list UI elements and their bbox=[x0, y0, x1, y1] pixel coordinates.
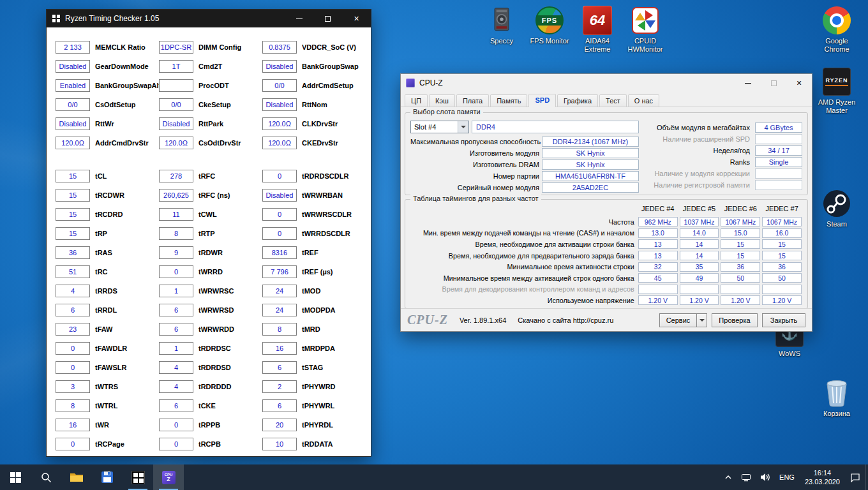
rtc-value-tcl[interactable]: 15 bbox=[56, 170, 90, 182]
clock[interactable]: 16:14 23.03.2020 bbox=[799, 464, 846, 490]
tab-spd[interactable]: SPD bbox=[528, 94, 556, 107]
tab-graphics[interactable]: Графика bbox=[557, 94, 598, 107]
tab-caches[interactable]: Кэш bbox=[429, 94, 455, 107]
timings-cell[interactable]: 1037 MHz bbox=[680, 217, 719, 226]
close-button[interactable]: Закрыть bbox=[762, 313, 805, 327]
rtc-value-tphyrdl[interactable]: 20 bbox=[262, 419, 297, 431]
rtc-maximize-button[interactable] bbox=[313, 10, 342, 27]
rtc-value-tcwl[interactable]: 11 bbox=[159, 208, 193, 221]
rtc-value-twtrl[interactable]: 8 bbox=[56, 399, 90, 412]
rtc-value-csodtsetup[interactable]: 0/0 bbox=[56, 98, 90, 111]
rtc-value-addrcmdsetup[interactable]: 0/0 bbox=[262, 79, 297, 92]
rtc-value-trrds[interactable]: 4 bbox=[56, 285, 90, 297]
desktop-icon-ryzen-master[interactable]: RYZEN AMD Ryzen Master bbox=[810, 66, 864, 115]
rtc-value-vddcr-soc-v[interactable]: 0.8375 bbox=[262, 41, 297, 54]
spd-row-value[interactable]: 34 / 17 bbox=[755, 145, 802, 156]
slot-select-arrow[interactable] bbox=[458, 121, 468, 133]
timings-cell[interactable]: 1.20 V bbox=[762, 295, 802, 305]
rtc-value-rttwr[interactable]: Disabled bbox=[56, 117, 90, 130]
rtc-value-twrrd[interactable]: 0 bbox=[159, 265, 193, 278]
timings-cell[interactable]: 13.0 bbox=[638, 228, 678, 238]
action-center-button[interactable] bbox=[846, 464, 865, 490]
validate-button[interactable]: Проверка bbox=[712, 313, 758, 327]
timings-cell[interactable]: 15.0 bbox=[721, 228, 760, 238]
timings-cell[interactable]: 14 bbox=[680, 251, 719, 260]
spd-row-value[interactable] bbox=[755, 168, 802, 179]
timings-cell[interactable]: 15 bbox=[762, 239, 802, 249]
spd-row-value[interactable] bbox=[755, 134, 802, 144]
rtc-value-trc[interactable]: 51 bbox=[56, 265, 90, 278]
timings-cell[interactable]: 15 bbox=[721, 239, 760, 249]
timings-cell[interactable]: 1.20 V bbox=[721, 295, 760, 305]
rtc-value-twrwrdd[interactable]: 6 bbox=[159, 323, 193, 336]
rtc-value-trrdl[interactable]: 6 bbox=[56, 304, 90, 316]
rtc-value-tmodpda[interactable]: 24 bbox=[262, 304, 297, 316]
desktop-icon-steam[interactable]: Steam bbox=[810, 188, 864, 228]
rtc-value-tref[interactable]: 8316 bbox=[262, 246, 297, 259]
timings-cell[interactable]: 13 bbox=[638, 251, 678, 260]
rtc-value-tref-s[interactable]: 7 796 bbox=[262, 265, 297, 278]
rtc-value-trfc[interactable]: 278 bbox=[159, 170, 193, 182]
timings-cell[interactable]: 35 bbox=[680, 262, 719, 272]
desktop-icon-aida64[interactable]: 64 AIDA64 Extreme bbox=[571, 5, 624, 54]
rtc-value-tfaw[interactable]: 23 bbox=[56, 323, 90, 336]
rtc-value-tmrd[interactable]: 8 bbox=[262, 323, 297, 336]
search-button[interactable] bbox=[31, 464, 61, 490]
rtc-value-bankgroupswapalt[interactable]: Enabled bbox=[56, 79, 90, 92]
show-desktop-button[interactable] bbox=[865, 464, 868, 490]
rtc-value-ckesetup[interactable]: 0/0 bbox=[159, 98, 193, 111]
timings-cell[interactable]: 13 bbox=[638, 239, 678, 249]
timings-cell[interactable]: 49 bbox=[680, 273, 719, 283]
timings-cell[interactable]: 15 bbox=[762, 251, 802, 260]
rtc-value-tstag[interactable]: 6 bbox=[262, 361, 297, 374]
desktop-icon-fps-monitor[interactable]: FPS FPS Monitor bbox=[523, 5, 576, 45]
rtc-value-trcdwr[interactable]: 15 bbox=[56, 189, 90, 202]
timings-cell[interactable]: 50 bbox=[721, 273, 760, 283]
cpuz-minimize-button[interactable] bbox=[735, 74, 761, 92]
rtc-value-dimm-config[interactable]: 1DPC-SR bbox=[159, 41, 193, 54]
rtc-value-memclk-ratio[interactable]: 2 133 bbox=[56, 41, 90, 54]
rtc-value-tras[interactable]: 36 bbox=[56, 246, 90, 259]
language-indicator[interactable]: ENG bbox=[775, 464, 799, 490]
timings-cell[interactable]: 14.0 bbox=[680, 228, 719, 238]
rtc-value-trcpage[interactable]: 0 bbox=[56, 438, 90, 450]
rtc-value-trddata[interactable]: 10 bbox=[262, 438, 297, 450]
desktop-icon-recycle-bin[interactable]: Корзина bbox=[810, 378, 864, 418]
timings-cell[interactable]: 1.20 V bbox=[638, 295, 678, 305]
rtc-value-bankgroupswap[interactable]: Disabled bbox=[262, 60, 297, 73]
rtc-value-trcpb[interactable]: 0 bbox=[159, 438, 193, 450]
rtc-value-procodt[interactable] bbox=[159, 79, 193, 92]
tray-chevron-button[interactable] bbox=[720, 464, 737, 490]
rtc-value-tmrdpda[interactable]: 16 bbox=[262, 342, 297, 355]
timings-cell[interactable]: 36 bbox=[721, 262, 760, 272]
timings-cell[interactable] bbox=[680, 285, 719, 294]
timings-cell[interactable]: 15 bbox=[721, 251, 760, 260]
rtc-value-tphywrl[interactable]: 6 bbox=[262, 399, 297, 412]
rtc-value-rttpark[interactable]: Disabled bbox=[159, 117, 193, 130]
rtc-value-cmd2t[interactable]: 1T bbox=[159, 60, 193, 73]
rtc-value-twrwrban[interactable]: Disabled bbox=[262, 189, 297, 202]
timings-cell[interactable]: 14 bbox=[680, 239, 719, 249]
taskbar-rtc-button[interactable] bbox=[123, 464, 153, 490]
rtc-value-tfawdlr[interactable]: 0 bbox=[56, 342, 90, 355]
timings-cell[interactable] bbox=[721, 285, 760, 294]
rtc-value-trdrdsd[interactable]: 4 bbox=[159, 361, 193, 374]
rtc-value-twrwrsc[interactable]: 1 bbox=[159, 285, 193, 297]
spd-row-value[interactable]: Single bbox=[755, 157, 802, 167]
timings-cell[interactable]: 1067 MHz bbox=[762, 217, 802, 226]
taskbar-cpuz-button[interactable]: CPUZ bbox=[153, 464, 184, 490]
slot-select[interactable]: Slot #4 bbox=[410, 121, 469, 133]
rtc-value-addrcmddrvstr[interactable]: 120.0Ω bbox=[56, 137, 90, 149]
service-button[interactable]: Сервис bbox=[659, 313, 696, 327]
timings-cell[interactable]: 962 MHz bbox=[638, 217, 678, 226]
rtc-titlebar[interactable]: Ryzen Timing Checker 1.05 × bbox=[47, 10, 371, 27]
rtc-value-tfawslr[interactable]: 0 bbox=[56, 361, 90, 374]
tab-bench[interactable]: Тест bbox=[599, 94, 627, 107]
rtc-value-twrwrscdlr[interactable]: 0 bbox=[262, 208, 297, 221]
rtc-minimize-button[interactable] bbox=[285, 10, 313, 27]
timings-cell[interactable]: 45 bbox=[638, 273, 678, 283]
network-tray-button[interactable] bbox=[737, 464, 756, 490]
rtc-value-twrrdscdlr[interactable]: 0 bbox=[262, 227, 297, 240]
rtc-value-twtrs[interactable]: 3 bbox=[56, 380, 90, 393]
tab-memory[interactable]: Память bbox=[490, 94, 527, 107]
